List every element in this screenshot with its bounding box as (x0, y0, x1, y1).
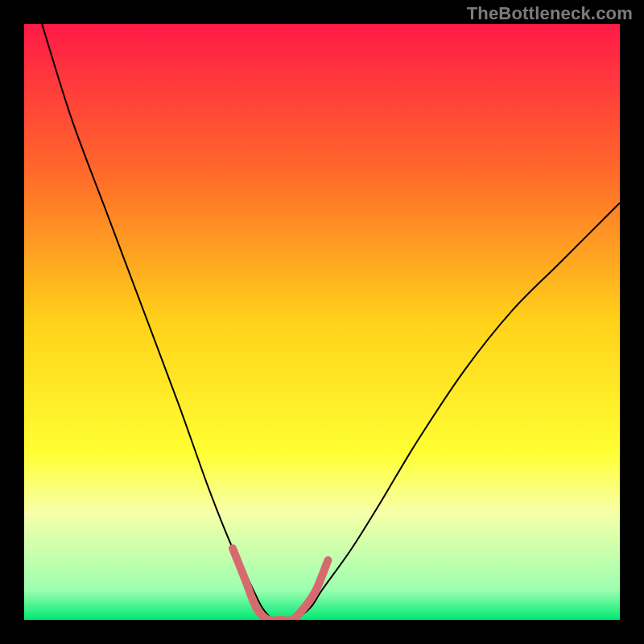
watermark-text: TheBottleneck.com (467, 3, 633, 24)
chart-background (24, 24, 620, 620)
chart-container (24, 24, 620, 620)
outer-frame: TheBottleneck.com (0, 0, 644, 644)
chart-svg (24, 24, 620, 620)
